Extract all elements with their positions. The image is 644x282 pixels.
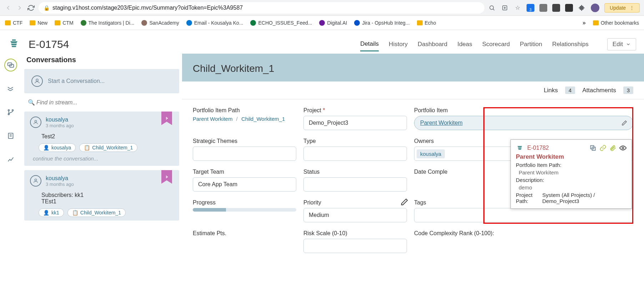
bookmark-ctm[interactable]: CTM xyxy=(55,20,73,26)
mention-chip[interactable]: 👤kousalya xyxy=(39,143,76,152)
bookmark-jira[interactable]: Jira - OpsHub Integ... xyxy=(354,20,409,26)
folder-icon xyxy=(593,20,599,25)
tab-details[interactable]: Details xyxy=(360,38,379,51)
breadcrumb-item[interactable]: Child_Workitem_1 xyxy=(241,116,285,122)
attachment-icon[interactable] xyxy=(609,144,617,152)
extension-icon-2[interactable] xyxy=(539,4,547,12)
breadcrumb-sep: / xyxy=(236,116,238,122)
tooltip-title: Parent Workitem xyxy=(516,153,627,160)
star-icon[interactable]: ☆ xyxy=(514,4,522,12)
form-grid: Portfolio Item Path Parent Workitem / Ch… xyxy=(182,99,644,261)
workitem-chip[interactable]: 📋Child_Workitem_1 xyxy=(67,208,126,217)
mention-chip[interactable]: 👤kk1 xyxy=(39,208,64,217)
tags-input[interactable] xyxy=(414,208,633,222)
conversation-body: Subscribers: kk1 TEst1 xyxy=(41,192,173,205)
target-team-input[interactable] xyxy=(193,177,296,192)
find-in-stream[interactable]: 🔍 xyxy=(24,97,179,108)
bookmark-ctf[interactable]: CTF xyxy=(5,20,22,26)
left-rail xyxy=(0,54,21,282)
field-label: Priority xyxy=(303,199,407,206)
browser-toolbar: 🔒 staging.v1host.com/stage203/Epic.mvc/S… xyxy=(0,0,644,16)
portfolio-item-anchor[interactable]: Parent Workitem xyxy=(420,120,463,126)
share-icon[interactable] xyxy=(501,4,509,12)
tab-history[interactable]: History xyxy=(389,38,408,51)
strategic-themes-input[interactable] xyxy=(193,147,296,161)
epic-icon xyxy=(516,144,524,152)
tab-scorecard[interactable]: Scorecard xyxy=(482,38,510,51)
extension-icon-1[interactable]: 3 xyxy=(527,4,534,12)
conversation-card[interactable]: kousalya 3 months ago Test2 👤kousalya 📋C… xyxy=(24,112,179,166)
rail-metrics-icon[interactable] xyxy=(4,153,17,166)
svg-point-14 xyxy=(622,147,624,149)
bookmark-email[interactable]: Email - Kousalya Ko... xyxy=(186,20,243,26)
tooltip-path-value: Parent Workitem xyxy=(516,169,627,175)
type-input[interactable] xyxy=(303,147,407,161)
app-logo-icon[interactable] xyxy=(8,38,20,50)
conversation-card[interactable]: kousalya 3 months ago Subscribers: kk1 T… xyxy=(24,170,179,221)
attachments-tab[interactable]: Attachments xyxy=(582,87,616,94)
tab-relationships[interactable]: Relationships xyxy=(552,38,589,51)
status-input[interactable] xyxy=(303,177,407,192)
svg-point-6 xyxy=(12,110,14,111)
field-type: Type xyxy=(303,138,407,161)
search-icon[interactable] xyxy=(488,4,496,12)
owner-chip[interactable]: kousalya xyxy=(417,149,445,158)
links-tab[interactable]: Links xyxy=(544,87,558,94)
reload-icon[interactable] xyxy=(27,4,35,12)
bookmark-digitalai[interactable]: Digital.AI xyxy=(319,20,347,26)
svg-point-10 xyxy=(35,120,36,122)
bookmark-sanacademy[interactable]: SanAcademy xyxy=(141,20,179,26)
update-button[interactable]: Update ⋮ xyxy=(604,3,640,13)
link-icon[interactable] xyxy=(599,144,607,152)
copy-icon[interactable] xyxy=(589,144,597,152)
pencil-icon[interactable] xyxy=(401,198,408,206)
project-input[interactable] xyxy=(303,116,407,130)
portfolio-item-link[interactable]: Parent Workitem xyxy=(414,116,633,130)
tab-partition[interactable]: Partition xyxy=(520,38,542,51)
rail-conversations-icon[interactable] xyxy=(4,59,17,71)
field-portfolio-path: Portfolio Item Path Parent Workitem / Ch… xyxy=(193,107,296,130)
edit-button[interactable]: Edit xyxy=(607,38,636,50)
back-icon[interactable] xyxy=(4,4,12,12)
bookmark-instigators[interactable]: The Instigators | Di... xyxy=(81,20,135,26)
folder-icon xyxy=(55,20,60,25)
priority-input[interactable] xyxy=(303,208,407,222)
conversation-tags: 👤kk1 📋Child_Workitem_1 xyxy=(39,208,173,217)
forward-icon[interactable] xyxy=(16,4,24,12)
watch-icon[interactable] xyxy=(619,144,627,152)
start-conversation-input[interactable]: Start a Conversation... xyxy=(24,69,179,93)
conversation-time: 3 months ago xyxy=(46,182,74,187)
bookmarks-overflow[interactable]: » xyxy=(583,20,586,26)
conversation-body: Test2 xyxy=(41,133,173,140)
continue-conversation[interactable]: continue the conversation... xyxy=(33,155,173,162)
workitem-chip[interactable]: 📋Child_Workitem_1 xyxy=(79,143,137,152)
field-label: Portfolio Item xyxy=(414,107,633,114)
profile-avatar[interactable] xyxy=(591,4,599,12)
risk-input[interactable] xyxy=(303,239,407,253)
epic-icon: 📋 xyxy=(72,210,78,216)
address-bar[interactable]: 🔒 staging.v1host.com/stage203/Epic.mvc/S… xyxy=(39,2,484,14)
bookmark-echo[interactable]: Echo xyxy=(417,20,436,26)
favicon-icon xyxy=(81,20,86,26)
progress-bar xyxy=(193,208,296,212)
extension-icon-3[interactable] xyxy=(552,4,560,12)
find-stream-input[interactable] xyxy=(36,99,176,106)
folder-icon xyxy=(5,20,11,25)
detail-panel: Child_Workitem_1 Links 4 Attachments 3 P… xyxy=(182,54,644,282)
breadcrumb-item[interactable]: Parent Workitem xyxy=(193,116,232,122)
rail-notes-icon[interactable] xyxy=(4,129,17,142)
rail-branch-icon[interactable] xyxy=(4,106,17,119)
tab-ideas[interactable]: Ideas xyxy=(457,38,472,51)
tab-dashboard[interactable]: Dashboard xyxy=(418,38,447,51)
pencil-icon[interactable] xyxy=(622,120,627,126)
extension-icon-4[interactable] xyxy=(565,4,573,12)
links-count: 4 xyxy=(565,86,575,94)
bookmark-echo-issues[interactable]: ECHO_ISSUES_Feed... xyxy=(250,20,312,26)
detail-header: Child_Workitem_1 xyxy=(182,54,644,81)
tooltip-id: E-01782 xyxy=(527,145,549,151)
rail-activity-icon[interactable] xyxy=(4,82,17,95)
extensions-icon[interactable] xyxy=(578,4,586,12)
bookmark-new[interactable]: New xyxy=(30,20,47,26)
tooltip-proj-value-2: Demo_Project3 xyxy=(542,198,595,204)
other-bookmarks[interactable]: Other bookmarks xyxy=(593,20,639,26)
